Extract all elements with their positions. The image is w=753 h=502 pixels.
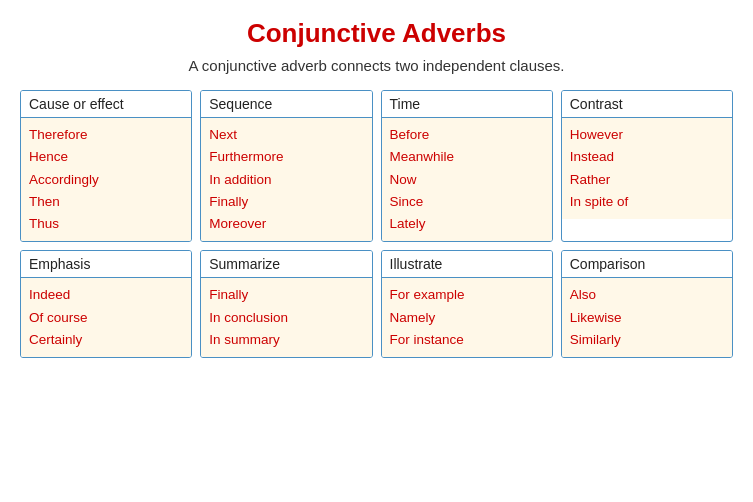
card-body-summarize: FinallyIn conclusionIn summary bbox=[201, 278, 371, 357]
list-item: Likewise bbox=[570, 307, 724, 329]
subtitle: A conjunctive adverb connects two indepe… bbox=[188, 57, 564, 74]
list-item: Certainly bbox=[29, 329, 183, 351]
card-header-illustrate: Illustrate bbox=[382, 251, 552, 278]
card-illustrate: IllustrateFor exampleNamelyFor instance bbox=[381, 250, 553, 358]
list-item: Indeed bbox=[29, 284, 183, 306]
card-body-illustrate: For exampleNamelyFor instance bbox=[382, 278, 552, 357]
list-item: However bbox=[570, 124, 724, 146]
card-body-sequence: NextFurthermoreIn additionFinallyMoreove… bbox=[201, 118, 371, 241]
list-item: Moreover bbox=[209, 213, 363, 235]
list-item: Thus bbox=[29, 213, 183, 235]
list-item: Next bbox=[209, 124, 363, 146]
page-title: Conjunctive Adverbs bbox=[247, 18, 506, 49]
card-header-emphasis: Emphasis bbox=[21, 251, 191, 278]
list-item: Therefore bbox=[29, 124, 183, 146]
list-item: Since bbox=[390, 191, 544, 213]
card-header-comparison: Comparison bbox=[562, 251, 732, 278]
cards-grid: Cause or effectThereforeHenceAccordingly… bbox=[20, 90, 733, 358]
card-comparison: ComparisonAlsoLikewiseSimilarly bbox=[561, 250, 733, 358]
list-item: Namely bbox=[390, 307, 544, 329]
card-header-sequence: Sequence bbox=[201, 91, 371, 118]
card-body-cause-effect: ThereforeHenceAccordinglyThenThus bbox=[21, 118, 191, 241]
card-time: TimeBeforeMeanwhileNowSinceLately bbox=[381, 90, 553, 242]
card-body-emphasis: IndeedOf courseCertainly bbox=[21, 278, 191, 357]
card-body-contrast: HoweverInsteadRatherIn spite of bbox=[562, 118, 732, 219]
card-cause-effect: Cause or effectThereforeHenceAccordingly… bbox=[20, 90, 192, 242]
card-contrast: ContrastHoweverInsteadRatherIn spite of bbox=[561, 90, 733, 242]
list-item: In summary bbox=[209, 329, 363, 351]
list-item: Finally bbox=[209, 284, 363, 306]
list-item: Hence bbox=[29, 146, 183, 168]
list-item: Now bbox=[390, 169, 544, 191]
list-item: Before bbox=[390, 124, 544, 146]
list-item: Accordingly bbox=[29, 169, 183, 191]
card-header-cause-effect: Cause or effect bbox=[21, 91, 191, 118]
list-item: In addition bbox=[209, 169, 363, 191]
card-header-time: Time bbox=[382, 91, 552, 118]
list-item: Similarly bbox=[570, 329, 724, 351]
list-item: Lately bbox=[390, 213, 544, 235]
list-item: In spite of bbox=[570, 191, 724, 213]
card-summarize: SummarizeFinallyIn conclusionIn summary bbox=[200, 250, 372, 358]
card-header-contrast: Contrast bbox=[562, 91, 732, 118]
card-header-summarize: Summarize bbox=[201, 251, 371, 278]
list-item: Finally bbox=[209, 191, 363, 213]
list-item: For example bbox=[390, 284, 544, 306]
list-item: Also bbox=[570, 284, 724, 306]
list-item: Meanwhile bbox=[390, 146, 544, 168]
card-emphasis: EmphasisIndeedOf courseCertainly bbox=[20, 250, 192, 358]
card-sequence: SequenceNextFurthermoreIn additionFinall… bbox=[200, 90, 372, 242]
list-item: Furthermore bbox=[209, 146, 363, 168]
list-item: Instead bbox=[570, 146, 724, 168]
list-item: Then bbox=[29, 191, 183, 213]
card-body-time: BeforeMeanwhileNowSinceLately bbox=[382, 118, 552, 241]
card-body-comparison: AlsoLikewiseSimilarly bbox=[562, 278, 732, 357]
list-item: For instance bbox=[390, 329, 544, 351]
list-item: Of course bbox=[29, 307, 183, 329]
list-item: Rather bbox=[570, 169, 724, 191]
list-item: In conclusion bbox=[209, 307, 363, 329]
